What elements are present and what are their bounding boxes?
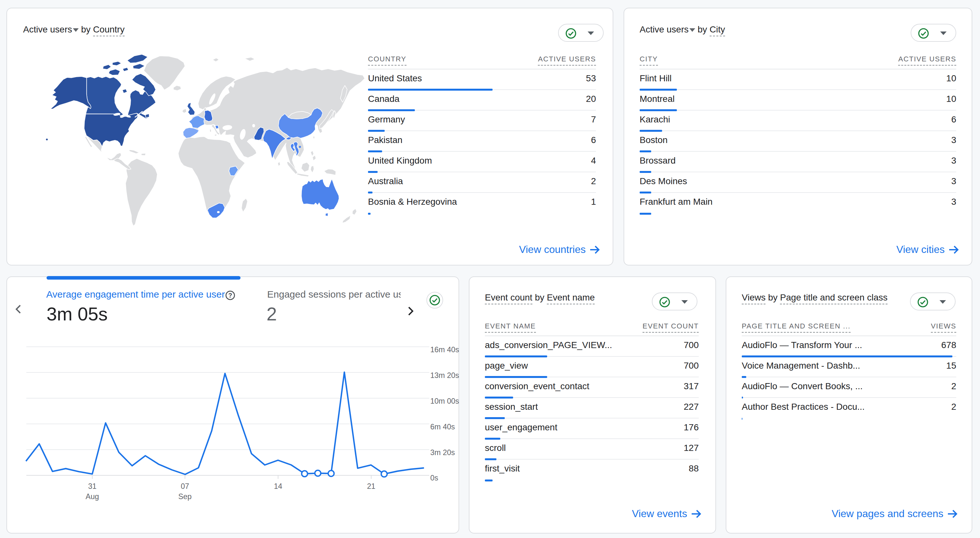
svg-text:16m 40s: 16m 40s bbox=[430, 345, 459, 354]
svg-text:0s: 0s bbox=[430, 474, 438, 482]
svg-text:10m 00s: 10m 00s bbox=[430, 397, 459, 405]
svg-text:07: 07 bbox=[181, 482, 189, 490]
svg-text:14: 14 bbox=[274, 482, 282, 490]
svg-text:31: 31 bbox=[88, 482, 96, 490]
svg-text:6m 40s: 6m 40s bbox=[430, 423, 455, 431]
svg-text:Aug: Aug bbox=[86, 492, 99, 501]
svg-text:21: 21 bbox=[367, 482, 375, 490]
svg-text:3m 20s: 3m 20s bbox=[430, 449, 455, 457]
svg-text:13m 20s: 13m 20s bbox=[430, 371, 459, 380]
svg-text:Sep: Sep bbox=[178, 492, 192, 501]
